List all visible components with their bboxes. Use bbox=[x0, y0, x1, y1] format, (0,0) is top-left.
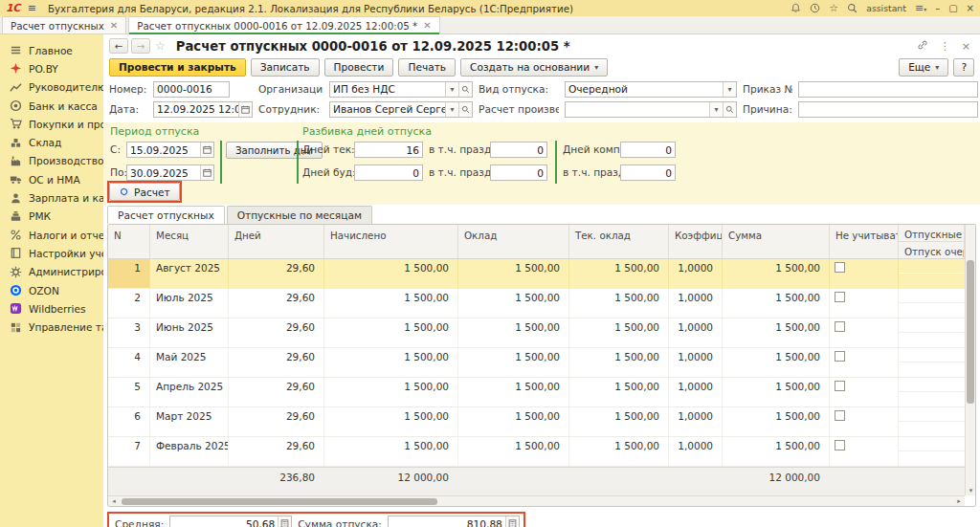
service-menu-icon[interactable]: ≡▾ bbox=[915, 3, 926, 13]
order-no-field[interactable] bbox=[798, 81, 978, 98]
horizontal-scrollbar[interactable]: ◂ ▸ bbox=[108, 495, 965, 506]
window-tab-document[interactable]: Расчет отпускных 0000-0016 от 12.09.2025… bbox=[128, 16, 439, 33]
days-comp-field[interactable]: 0 bbox=[620, 142, 676, 158]
print-button[interactable]: Печать bbox=[398, 58, 456, 77]
sidebar-item[interactable]: Wildberries bbox=[0, 299, 103, 318]
col-header-sum[interactable]: Сумма bbox=[723, 225, 830, 258]
horizontal-scroll-thumb[interactable] bbox=[122, 498, 437, 505]
dropdown-icon[interactable]: ▾ bbox=[445, 82, 458, 97]
tab-vacation-calc[interactable]: Расчет отпускных bbox=[107, 206, 225, 224]
tab-close-icon[interactable]: ✕ bbox=[423, 20, 431, 31]
number-field[interactable]: 0000-0016 bbox=[153, 81, 230, 98]
skip-checkbox[interactable] bbox=[835, 321, 845, 332]
table-row[interactable]: 6Март 202529,601 500,001 500,001 500,001… bbox=[108, 407, 965, 437]
date-field[interactable]: 12.09.2025 12:00:05 bbox=[153, 101, 253, 118]
open-icon[interactable] bbox=[458, 82, 472, 97]
sidebar-item[interactable]: Склад bbox=[0, 133, 103, 151]
period-to-field[interactable]: 30.09.2025 bbox=[126, 165, 214, 181]
sidebar-item[interactable]: Главное bbox=[0, 41, 103, 59]
col-header-skip[interactable]: Не учитывать bbox=[830, 225, 899, 258]
sidebar-item[interactable]: Налоги и отчетность bbox=[0, 226, 103, 244]
skip-checkbox[interactable] bbox=[835, 440, 845, 450]
average-field[interactable]: 50,68 bbox=[169, 516, 292, 527]
post-and-close-button[interactable]: Провести и закрыть bbox=[109, 58, 246, 77]
skip-checkbox[interactable] bbox=[835, 292, 845, 302]
open-icon[interactable] bbox=[458, 102, 472, 117]
calendar-icon[interactable] bbox=[238, 102, 252, 117]
sidebar-item[interactable]: ОС и НМА bbox=[0, 170, 103, 188]
scroll-down-icon[interactable]: ▾ bbox=[966, 487, 976, 494]
col-header-month[interactable]: Месяц bbox=[150, 225, 229, 258]
create-based-on-button[interactable]: Создать на основании bbox=[460, 58, 608, 77]
sidebar-item[interactable]: OZON bbox=[0, 281, 103, 299]
col-header-coef[interactable]: Коэффициент bbox=[669, 225, 723, 258]
sidebar-item[interactable]: Администрирование bbox=[0, 263, 103, 281]
vertical-scroll-thumb[interactable] bbox=[967, 260, 974, 404]
favorite-star-icon[interactable]: ☆ bbox=[155, 39, 166, 53]
col-header-vacation-at[interactable]: Отпускные за сче Отпуск очередно bbox=[899, 225, 965, 258]
save-button[interactable]: Записать bbox=[251, 58, 320, 77]
calculate-button[interactable]: Расчет bbox=[109, 183, 180, 201]
skip-checkbox[interactable] bbox=[835, 381, 845, 391]
calendar-icon[interactable] bbox=[200, 143, 213, 157]
table-row[interactable]: 4Май 202529,601 500,001 500,001 500,001,… bbox=[108, 348, 965, 378]
days-cur-field[interactable]: 16 bbox=[354, 142, 423, 158]
help-button[interactable]: ? bbox=[953, 58, 974, 77]
reason-field[interactable] bbox=[798, 101, 978, 118]
employee-field[interactable]: Иванов Сергей Сергеевич ▾ bbox=[329, 101, 473, 118]
close-window-button[interactable]: × bbox=[967, 3, 974, 13]
col-header-n[interactable]: N bbox=[108, 225, 150, 258]
tab-close-icon[interactable]: ✕ bbox=[110, 20, 118, 31]
comp-holidays-field[interactable]: 0 bbox=[620, 165, 676, 181]
table-row[interactable]: 5Апрель 202529,601 500,001 500,001 500,0… bbox=[108, 378, 965, 407]
col-header-cur-salary[interactable]: Тек. оклад bbox=[569, 225, 669, 258]
scroll-left-icon[interactable]: ◂ bbox=[108, 497, 120, 505]
sidebar-item[interactable]: Банк и касса bbox=[0, 97, 103, 115]
cur-holidays-field[interactable]: 0 bbox=[490, 142, 547, 158]
vertical-scrollbar[interactable]: ▾ bbox=[965, 225, 975, 495]
dropdown-icon[interactable]: ▾ bbox=[709, 102, 723, 117]
skip-checkbox[interactable] bbox=[835, 410, 845, 421]
sidebar-item[interactable]: Настройки учета bbox=[0, 244, 103, 262]
next-holidays-field[interactable]: 0 bbox=[490, 165, 547, 181]
calculator-icon[interactable] bbox=[505, 516, 519, 527]
sidebar-item[interactable]: Руководителю bbox=[0, 78, 103, 97]
more-menu-dots-icon[interactable]: ⋮ bbox=[940, 40, 950, 53]
sidebar-item[interactable]: Производство bbox=[0, 152, 103, 170]
col-header-accrued[interactable]: Начислено bbox=[324, 225, 458, 258]
notifications-bell-icon[interactable] bbox=[791, 3, 801, 13]
dropdown-icon[interactable]: ▾ bbox=[445, 102, 458, 117]
restore-button[interactable]: ▢ bbox=[948, 3, 957, 13]
tab-vacation-by-month[interactable]: Отпускные по месяцам bbox=[227, 206, 372, 224]
col-header-days[interactable]: Дней bbox=[229, 225, 324, 258]
calculated-by-field[interactable]: ▾ bbox=[565, 101, 737, 118]
sidebar-item[interactable]: Покупки и продажи bbox=[0, 115, 103, 133]
sidebar-item[interactable]: Управление тарифом bbox=[0, 318, 103, 336]
forward-button[interactable]: → bbox=[131, 38, 150, 54]
vacation-sum-field[interactable]: 810,88 bbox=[388, 516, 520, 527]
back-button[interactable]: ← bbox=[109, 38, 128, 54]
sidebar-item[interactable]: РМК bbox=[0, 208, 103, 226]
table-row[interactable]: 7Февраль 202529,601 500,001 500,001 500,… bbox=[108, 437, 965, 467]
table-row[interactable]: 2Июль 202529,601 500,001 500,001 500,001… bbox=[108, 289, 965, 318]
more-button[interactable]: Еще bbox=[899, 58, 948, 77]
period-from-field[interactable]: 15.09.2025 bbox=[126, 142, 214, 158]
skip-checkbox[interactable] bbox=[835, 351, 845, 362]
dropdown-icon[interactable]: ▾ bbox=[723, 82, 736, 97]
skip-checkbox[interactable] bbox=[835, 262, 845, 273]
table-row[interactable]: 1Август 202529,601 500,001 500,001 500,0… bbox=[108, 259, 965, 289]
main-menu-icon[interactable]: ≡ bbox=[28, 3, 36, 13]
window-tab-list[interactable]: Расчет отпускных ✕ bbox=[2, 16, 126, 33]
sidebar-item[interactable]: Зарплата и кадры bbox=[0, 188, 103, 207]
favorites-star-icon[interactable]: ☆ bbox=[829, 3, 838, 13]
calendar-icon[interactable] bbox=[200, 165, 213, 180]
close-document-icon[interactable]: × bbox=[962, 40, 970, 53]
col-header-salary[interactable]: Оклад bbox=[458, 225, 569, 258]
search-icon[interactable] bbox=[847, 3, 858, 13]
vacation-type-field[interactable]: Очередной ▾ bbox=[565, 81, 737, 98]
post-button[interactable]: Провести bbox=[324, 58, 394, 77]
organization-field[interactable]: ИП без НДС ▾ bbox=[329, 81, 473, 98]
sidebar-item[interactable]: PO.BY bbox=[0, 59, 103, 77]
calculator-icon[interactable] bbox=[278, 516, 291, 527]
scroll-right-icon[interactable]: ▸ bbox=[953, 497, 965, 505]
